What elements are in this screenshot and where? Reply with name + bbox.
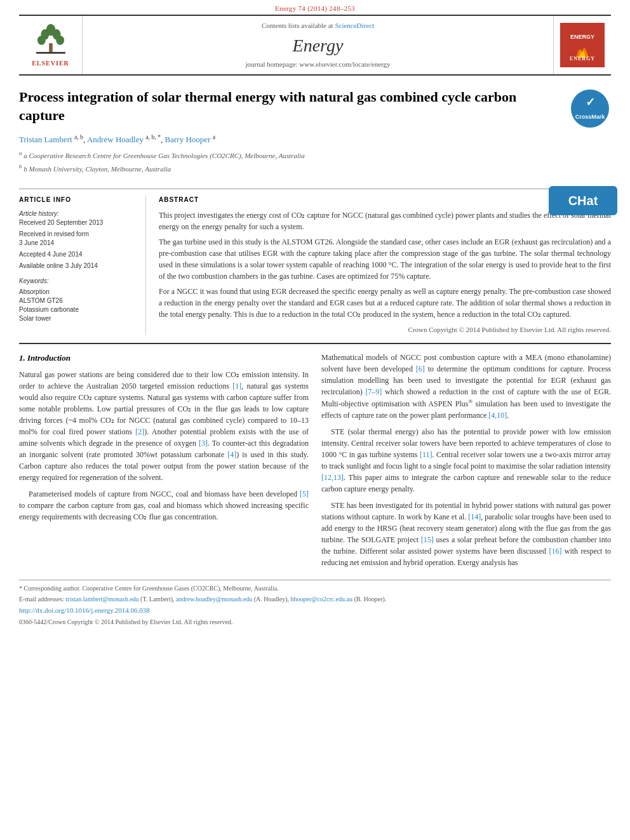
affiliation-a: a a Cooperative Research Centre for Gree…	[19, 149, 611, 161]
abstract-panel: ABSTRACT This project investigates the e…	[159, 196, 611, 335]
energy-brand-logo: ENERGY	[560, 23, 605, 67]
svg-text:ENERGY: ENERGY	[570, 34, 594, 40]
kw1: Absorption	[19, 288, 136, 297]
ref7-link[interactable]: [7–9]	[365, 387, 382, 396]
doi-link[interactable]: http://dx.doi.org/10.1016/j.energy.2014.…	[19, 606, 150, 614]
journal-header: ELSEVIER Contents lists available at Sci…	[19, 15, 611, 76]
ref12-link[interactable]: [12,13]	[321, 473, 344, 482]
intro-col-right: Mathematical models of NGCC post combust…	[321, 352, 611, 573]
svg-text:CrossMark: CrossMark	[575, 114, 606, 120]
intro-p1: Natural gas power stations are being con…	[19, 369, 309, 483]
svg-rect-7	[36, 52, 65, 54]
ref11-link[interactable]: [11]	[420, 450, 432, 459]
energy-logo: ENERGY	[554, 16, 611, 74]
ref15-link[interactable]: [15]	[421, 535, 434, 544]
article-title: Process integration of solar thermal ene…	[19, 88, 611, 124]
kw3: Potassium carbonate	[19, 305, 136, 314]
ref16-link[interactable]: [16]	[549, 547, 561, 556]
svg-point-4	[37, 36, 45, 45]
journal-center: Contents lists available at ScienceDirec…	[83, 16, 554, 74]
keywords-section: Keywords: Absorption ALSTOM GT26 Potassi…	[19, 277, 136, 323]
journal-homepage: journal homepage: www.elsevier.com/locat…	[245, 60, 390, 69]
intro-col-left: 1. Introduction Natural gas power statio…	[19, 352, 309, 573]
page-footer: * Corresponding author. Cooperative Cent…	[19, 580, 611, 627]
authors-line: Tristan Lambert a, b, Andrew Hoadley a, …	[19, 133, 611, 146]
ref4b-link[interactable]: [4,10]	[488, 411, 507, 420]
abstract-copyright: Crown Copyright © 2014 Published by Else…	[159, 325, 611, 335]
abstract-text: This project investigates the energy cos…	[159, 210, 611, 320]
section-divider	[19, 343, 611, 344]
title-section: Process integration of solar thermal ene…	[0, 76, 630, 182]
ref6-link[interactable]: [6]	[416, 364, 425, 373]
sciencedirect-link[interactable]: ScienceDirect	[335, 22, 374, 29]
journal-name: Energy	[293, 33, 344, 58]
doi-line: http://dx.doi.org/10.1016/j.energy.2014.…	[19, 606, 611, 615]
keywords-label: Keywords:	[19, 277, 136, 286]
ref14-link[interactable]: [14]	[468, 512, 481, 521]
abstract-p3: For a NGCC it was found that using EGR d…	[159, 286, 611, 320]
kw4: Solar tower	[19, 314, 136, 323]
email3-link[interactable]: bhooper@co2crc.edu.au	[290, 596, 352, 603]
crossmark-logo[interactable]: ✓ CrossMark	[570, 88, 611, 130]
email2-link[interactable]: andrew.hoadley@monash.edu	[176, 596, 252, 603]
journal-citation: Energy 74 (2014) 248–253	[0, 0, 630, 15]
svg-point-10	[571, 90, 609, 128]
received-date: Received 20 September 2013	[19, 218, 136, 227]
intro-col2-p2: STE (solar thermal energy) also has the …	[321, 426, 611, 495]
introduction-section: 1. Introduction Natural gas power statio…	[19, 352, 611, 573]
article-info-abstract: ARTICLE INFO Article history: Received 2…	[19, 189, 611, 335]
svg-point-5	[56, 36, 64, 45]
chat-button-label: CHat	[568, 192, 598, 210]
kw2: ALSTOM GT26	[19, 297, 136, 305]
abstract-p2: The gas turbine used in this study is th…	[159, 236, 611, 282]
article-info-panel: ARTICLE INFO Article history: Received 2…	[19, 196, 146, 335]
intro-heading: 1. Introduction	[19, 352, 309, 364]
affiliation-b: b b Monash University, Clayton, Melbourn…	[19, 163, 611, 174]
history-label: Article history:	[19, 210, 136, 218]
elsevier-label: ELSEVIER	[32, 59, 69, 68]
email1-link[interactable]: tristan.lambert@monash.edu	[65, 596, 138, 603]
elsevier-logo: ELSEVIER	[19, 16, 83, 74]
intro-col2-p3: STE has been investigated for its potent…	[321, 500, 611, 568]
intro-p2: Parameterised models of capture from NGC…	[19, 488, 309, 523]
available-date: Available online 3 July 2014	[19, 262, 136, 270]
article-info-heading: ARTICLE INFO	[19, 196, 136, 204]
corresponding-note: * Corresponding author. Cooperative Cent…	[19, 584, 611, 593]
sciencedirect-line: Contents lists available at ScienceDirec…	[262, 21, 374, 30]
ref5-link[interactable]: [5]	[300, 490, 309, 498]
svg-rect-8	[560, 23, 605, 67]
intro-col2-p1: Mathematical models of NGCC post combust…	[321, 352, 611, 421]
accepted-date: Accepted 4 June 2014	[19, 250, 136, 259]
ref3-link[interactable]: [3]	[199, 439, 208, 448]
ref2-link[interactable]: [2]	[135, 427, 144, 436]
email-note: E-mail addresses: tristan.lambert@monash…	[19, 595, 611, 604]
abstract-p1: This project investigates the energy cos…	[159, 210, 611, 232]
ref1-link[interactable]: [1]	[232, 382, 241, 390]
revised-date: Received in revised form3 June 2014	[19, 230, 136, 248]
svg-text:✓: ✓	[586, 96, 595, 109]
svg-rect-6	[49, 43, 53, 52]
issn-line: 0360-5442/Crown Copyright © 2014 Publish…	[19, 618, 611, 627]
chat-button[interactable]: CHat	[549, 186, 617, 215]
ref4-link[interactable]: [4]	[227, 450, 236, 459]
abstract-heading: ABSTRACT	[159, 196, 611, 204]
